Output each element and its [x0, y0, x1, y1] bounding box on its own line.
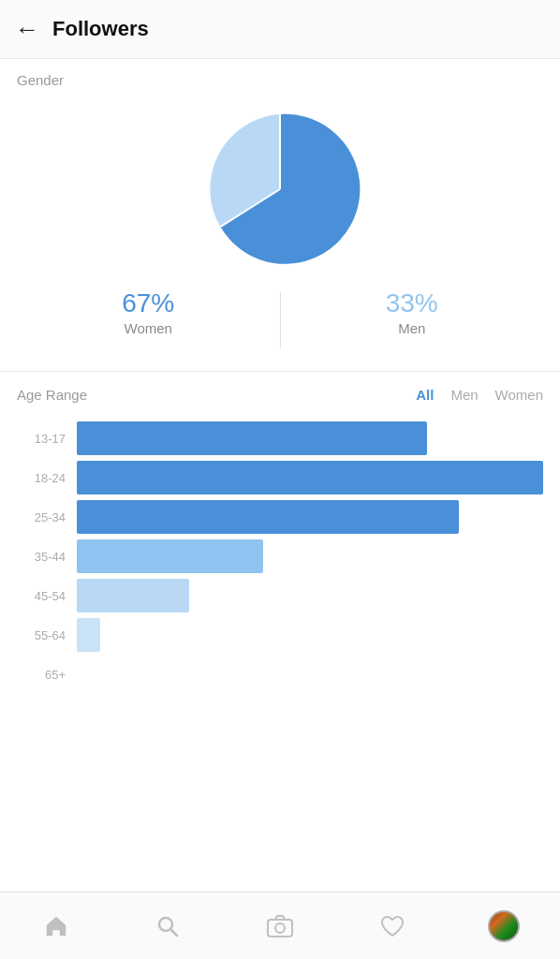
bar-row: 45-54 — [17, 579, 543, 612]
bar-label: 18-24 — [17, 471, 66, 485]
profile-avatar — [488, 910, 520, 942]
pie-chart — [196, 105, 364, 273]
bar-label: 65+ — [17, 668, 66, 682]
filter-men[interactable]: Men — [450, 387, 478, 403]
nav-likes[interactable] — [336, 893, 449, 959]
search-icon — [155, 913, 181, 939]
bar-row: 55-64 — [17, 618, 543, 652]
women-label: Women — [17, 320, 280, 336]
gender-label: Gender — [17, 72, 543, 88]
bar-track — [77, 657, 543, 691]
bar-row: 35-44 — [17, 539, 543, 573]
bar-track — [77, 461, 543, 494]
bar-fill — [77, 461, 543, 494]
bar-track — [77, 618, 543, 652]
bar-label: 45-54 — [17, 589, 66, 603]
bar-row: 25-34 — [17, 500, 543, 534]
men-label: Men — [281, 320, 544, 336]
camera-icon — [266, 913, 294, 939]
bar-fill — [77, 500, 459, 534]
svg-rect-4 — [268, 920, 292, 937]
bar-fill — [77, 539, 263, 573]
filter-all[interactable]: All — [416, 387, 434, 403]
age-filters: All Men Women — [416, 387, 543, 403]
nav-profile[interactable] — [448, 893, 560, 959]
age-range-label: Age Range — [17, 387, 416, 403]
age-header: Age Range All Men Women — [17, 387, 543, 403]
page-title: Followers — [52, 17, 149, 41]
bar-track — [77, 500, 543, 534]
bar-fill — [77, 618, 100, 652]
bar-row: 18-24 — [17, 461, 543, 494]
bar-label: 35-44 — [17, 550, 66, 564]
men-stat: 33% Men — [281, 288, 544, 336]
svg-point-5 — [275, 923, 285, 933]
bar-row: 65+ — [17, 657, 543, 691]
bar-row: 13-17 — [17, 421, 543, 455]
gender-section: Gender 67% Women 33% Men — [0, 59, 560, 371]
svg-line-3 — [171, 929, 178, 936]
avatar-image — [490, 912, 518, 940]
heart-icon — [379, 913, 405, 939]
women-stat: 67% Women — [17, 288, 280, 336]
men-percentage: 33% — [281, 288, 544, 318]
bar-label: 25-34 — [17, 510, 66, 524]
bar-track — [77, 421, 543, 455]
filter-women[interactable]: Women — [495, 387, 543, 403]
bottom-navigation — [0, 892, 560, 959]
bar-label: 13-17 — [17, 432, 66, 446]
home-icon — [43, 913, 69, 939]
pie-chart-container — [17, 96, 543, 288]
bar-track — [77, 539, 543, 573]
nav-camera[interactable] — [224, 893, 336, 959]
back-button[interactable]: ← — [15, 17, 39, 41]
bar-chart: 13-1718-2425-3435-4445-5455-6465+ — [17, 421, 543, 697]
nav-home[interactable] — [0, 893, 112, 959]
nav-search[interactable] — [112, 893, 225, 959]
gender-stats: 67% Women 33% Men — [17, 288, 543, 371]
bar-fill — [77, 421, 427, 455]
bar-track — [77, 579, 543, 612]
women-percentage: 67% — [17, 288, 280, 318]
header: ← Followers — [0, 0, 560, 59]
bar-label: 55-64 — [17, 628, 66, 642]
bar-fill — [77, 579, 189, 612]
age-range-section: Age Range All Men Women 13-1718-2425-343… — [0, 372, 560, 697]
